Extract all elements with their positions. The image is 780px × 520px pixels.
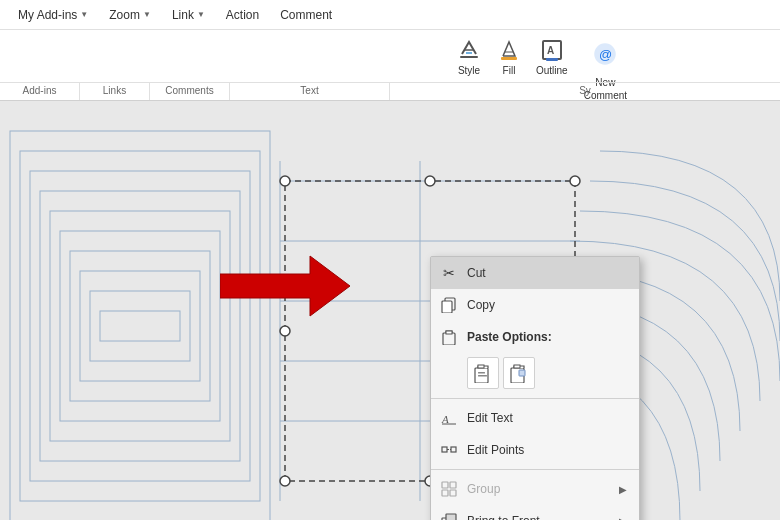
ribbon: My Add-ins ▼ Zoom ▼ Link ▼ Action Commen… (0, 0, 780, 101)
bring-to-front-arrow-icon: ▶ (619, 516, 627, 521)
links-label: Links (80, 83, 150, 100)
style-label: Style (458, 65, 480, 76)
svg-rect-44 (478, 375, 487, 377)
sy-label: Sy (390, 83, 780, 100)
comment-button[interactable]: Comment (270, 0, 343, 29)
ribbon-top-items: My Add-ins ▼ Zoom ▼ Link ▼ Action Commen… (8, 0, 343, 29)
svg-rect-2 (466, 52, 472, 54)
svg-marker-36 (220, 256, 350, 316)
svg-point-29 (425, 176, 435, 186)
link-button[interactable]: Link ▼ (162, 0, 216, 29)
svg-text:A: A (441, 413, 449, 425)
svg-rect-39 (443, 333, 455, 345)
svg-rect-40 (446, 331, 452, 334)
context-menu: ✂ Cut Copy Paste Options: (430, 256, 640, 520)
style-icon (456, 37, 482, 63)
context-menu-group[interactable]: Group ▶ (431, 473, 639, 505)
fill-label: Fill (503, 65, 516, 76)
context-menu-copy[interactable]: Copy (431, 289, 639, 321)
ribbon-group-labels: Add-ins Links Comments Text Sy (0, 82, 780, 100)
zoom-chevron: ▼ (143, 10, 151, 19)
context-menu-edit-points[interactable]: Edit Points (431, 434, 639, 466)
edit-points-label: Edit Points (467, 443, 627, 457)
edit-text-label: Edit Text (467, 411, 627, 425)
separator-2 (431, 469, 639, 470)
paste-btn-1[interactable] (467, 357, 499, 389)
svg-rect-54 (450, 482, 456, 488)
context-menu-bring-to-front[interactable]: Bring to Front ▶ (431, 505, 639, 520)
separator-1 (431, 398, 639, 399)
svg-rect-0 (460, 56, 478, 58)
link-label: Link (172, 8, 194, 22)
bring-to-front-icon (439, 511, 459, 520)
svg-rect-42 (478, 365, 484, 368)
context-menu-paste-options[interactable]: Paste Options: (431, 321, 639, 353)
svg-rect-5 (546, 58, 558, 61)
copy-label: Copy (467, 298, 627, 312)
fill-icon (496, 37, 522, 63)
new-comment-icon: @ (587, 38, 623, 74)
svg-rect-53 (442, 482, 448, 488)
cut-icon: ✂ (439, 263, 459, 283)
context-menu-edit-text[interactable]: A Edit Text (431, 402, 639, 434)
text-label: Text (230, 83, 390, 100)
group-icon (439, 479, 459, 499)
svg-text:@: @ (599, 47, 612, 62)
group-arrow-icon: ▶ (619, 484, 627, 495)
context-menu-cut[interactable]: ✂ Cut (431, 257, 639, 289)
svg-rect-56 (450, 490, 456, 496)
svg-rect-55 (442, 490, 448, 496)
canvas-area: ✂ Cut Copy Paste Options: (0, 101, 780, 520)
bring-to-front-label: Bring to Front (467, 514, 611, 520)
svg-text:A: A (547, 45, 554, 56)
svg-rect-3 (501, 57, 517, 60)
svg-point-31 (280, 326, 290, 336)
copy-icon (439, 295, 459, 315)
addins-label: Add-ins (0, 83, 80, 100)
blueprint-canvas (0, 101, 780, 520)
svg-point-28 (280, 176, 290, 186)
zoom-label: Zoom (109, 8, 140, 22)
svg-rect-43 (478, 372, 485, 374)
red-arrow (220, 246, 350, 326)
svg-point-30 (570, 176, 580, 186)
comments-label: Comments (150, 83, 230, 100)
svg-rect-38 (442, 301, 452, 313)
my-addins-label: My Add-ins (18, 8, 77, 22)
svg-point-33 (280, 476, 290, 486)
paste-options-label: Paste Options: (467, 330, 627, 344)
svg-rect-58 (446, 514, 456, 520)
zoom-button[interactable]: Zoom ▼ (99, 0, 162, 29)
action-label: Action (226, 8, 259, 22)
ribbon-top-row: My Add-ins ▼ Zoom ▼ Link ▼ Action Commen… (0, 0, 780, 30)
group-label: Group (467, 482, 611, 496)
outline-label: Outline (536, 65, 568, 76)
svg-rect-51 (451, 447, 456, 452)
cut-label: Cut (467, 266, 627, 280)
edit-text-icon: A (439, 408, 459, 428)
svg-rect-50 (442, 447, 447, 452)
action-button[interactable]: Action (216, 0, 270, 29)
my-addins-chevron: ▼ (80, 10, 88, 19)
paste-options-row (431, 353, 639, 395)
paste-options-icon (439, 327, 459, 347)
edit-points-icon (439, 440, 459, 460)
comment-label: Comment (280, 8, 332, 22)
ribbon-main-row: Style Fill A (0, 30, 780, 100)
outline-icon: A (539, 37, 565, 63)
my-addins-button[interactable]: My Add-ins ▼ (8, 0, 99, 29)
svg-rect-47 (519, 370, 525, 376)
svg-rect-46 (514, 365, 520, 368)
link-chevron: ▼ (197, 10, 205, 19)
paste-btn-2[interactable] (503, 357, 535, 389)
